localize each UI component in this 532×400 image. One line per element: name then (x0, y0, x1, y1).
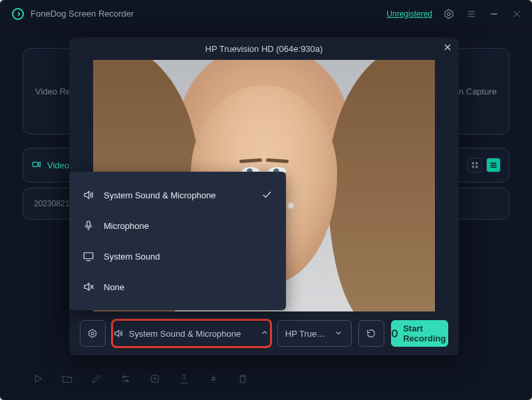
adjust-icon[interactable] (120, 373, 132, 387)
close-icon[interactable] (511, 8, 523, 20)
title-actions: Unregistered (386, 8, 523, 20)
record-icon (392, 329, 398, 337)
start-recording-button[interactable]: Start Recording (391, 320, 448, 347)
start-recording-label: Start Recording (403, 323, 448, 343)
chevron-down-icon (333, 327, 344, 340)
modal-controls: System Sound & Microphone HP Truevi… Sta… (69, 311, 459, 355)
app-window: FoneDog Screen Recorder Unregistered Vid… (0, 0, 532, 400)
modal-close-icon[interactable] (443, 43, 452, 54)
grid-view-button[interactable] (467, 158, 482, 172)
footer-toolbar (0, 367, 532, 393)
audio-option-label: System Sound & Microphone (104, 190, 215, 200)
svg-rect-26 (87, 221, 90, 226)
rotate-button[interactable] (358, 320, 384, 347)
svg-rect-12 (475, 166, 478, 168)
list-view-button[interactable] (486, 158, 501, 172)
camera-select-label: HP Truevi… (285, 329, 329, 339)
svg-point-25 (91, 332, 94, 335)
convert-icon[interactable] (149, 373, 161, 387)
app-title: FoneDog Screen Recorder (31, 9, 134, 19)
svg-rect-8 (33, 162, 38, 166)
svg-marker-24 (89, 329, 96, 337)
audio-source-menu: System Sound & Microphone Microphone Sys… (69, 172, 286, 310)
menu-icon[interactable] (466, 8, 477, 20)
svg-marker-0 (445, 9, 453, 19)
audio-option-none[interactable]: None (69, 272, 286, 302)
modal-title-bar: HP Truevision HD (064e:930a) (69, 37, 459, 60)
webcam-settings-button[interactable] (80, 320, 106, 347)
svg-rect-10 (475, 162, 478, 165)
svg-rect-28 (84, 253, 93, 259)
compress-icon[interactable] (207, 373, 219, 387)
svg-rect-11 (472, 166, 475, 168)
audio-option-label: None (104, 282, 124, 292)
trash-icon[interactable] (237, 373, 249, 387)
svg-rect-14 (491, 165, 497, 166)
audio-option-system-mic[interactable]: System Sound & Microphone (69, 180, 286, 210)
audio-option-microphone[interactable]: Microphone (69, 210, 286, 241)
camera-select-button[interactable]: HP Truevi… (277, 320, 352, 347)
app-logo-icon (12, 8, 24, 20)
export-icon[interactable] (178, 373, 190, 387)
modal-title: HP Truevision HD (064e:930a) (205, 44, 323, 54)
folder-icon[interactable] (61, 373, 73, 387)
svg-point-1 (448, 12, 451, 15)
svg-rect-9 (472, 162, 475, 165)
settings-icon[interactable] (443, 8, 455, 20)
unregistered-link[interactable]: Unregistered (386, 9, 432, 19)
camcorder-icon (31, 159, 42, 172)
recording-row-date: 20230821 (34, 199, 69, 208)
edit-icon[interactable] (90, 373, 102, 387)
audio-source-label: System Sound & Microphone (129, 329, 241, 339)
svg-rect-13 (491, 163, 497, 164)
play-icon[interactable] (32, 373, 44, 387)
chevron-up-icon (259, 327, 270, 340)
recordings-toolbar-label: Video (47, 160, 69, 170)
svg-rect-15 (491, 167, 497, 168)
audio-option-system[interactable]: System Sound (69, 241, 286, 272)
audio-option-label: System Sound (104, 252, 160, 262)
svg-marker-16 (35, 375, 41, 383)
check-icon (261, 188, 273, 202)
title-bar: FoneDog Screen Recorder Unregistered (0, 0, 532, 28)
minimize-icon[interactable] (488, 8, 500, 20)
audio-source-button[interactable]: System Sound & Microphone (112, 320, 271, 347)
audio-option-label: Microphone (104, 221, 149, 231)
